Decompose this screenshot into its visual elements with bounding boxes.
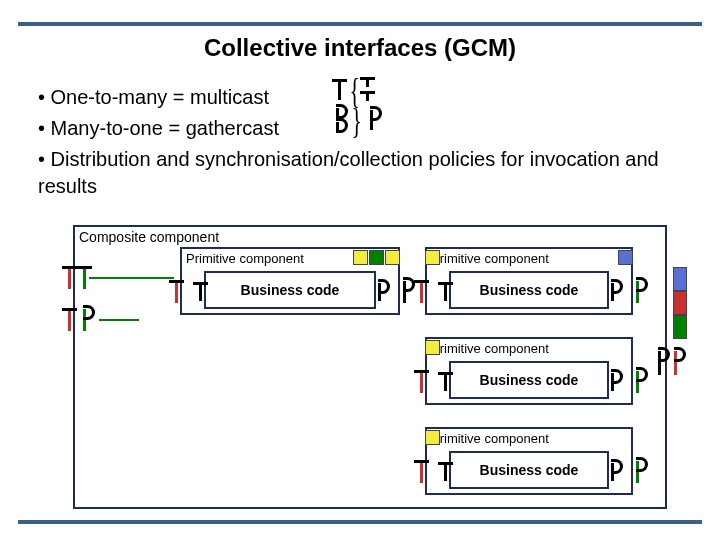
connector-line <box>89 277 174 279</box>
control-port-icon <box>673 267 687 291</box>
control-port-icon <box>425 250 440 265</box>
top-rule <box>18 22 702 26</box>
client-port-icon <box>403 281 406 303</box>
server-port-icon <box>199 283 202 301</box>
port-icon <box>366 92 369 101</box>
port-icon <box>336 122 339 131</box>
primitive-component: Primitive component Business code <box>425 247 633 315</box>
control-port-icon <box>673 315 687 339</box>
server-port-icon <box>68 309 71 331</box>
port-icon <box>338 80 341 100</box>
server-port-icon <box>420 371 423 393</box>
control-port-icon <box>369 250 384 265</box>
bullet-list: One-to-many = multicast Many-to-one = ga… <box>38 80 700 204</box>
composite-label: Composite component <box>79 229 219 245</box>
bullet-item: Distribution and synchronisation/collect… <box>38 146 700 200</box>
port-icon <box>336 108 339 117</box>
connector-line <box>99 319 139 321</box>
slide: Collective interfaces (GCM) One-to-many … <box>0 0 720 540</box>
control-port-icon <box>673 291 687 315</box>
port-icon <box>366 78 369 87</box>
server-port-icon <box>444 283 447 301</box>
primitive-label: Primitive component <box>431 251 549 266</box>
primitive-label: Primitive component <box>431 431 549 446</box>
primitive-label: Primitive component <box>186 251 304 266</box>
primitive-label: Primitive component <box>431 341 549 356</box>
control-port-icon <box>385 250 400 265</box>
control-port-icon <box>353 250 368 265</box>
server-port-icon <box>420 461 423 483</box>
server-port-icon <box>420 281 423 303</box>
server-port-icon <box>175 281 178 303</box>
primitive-component: Primitive component Business code <box>425 427 633 495</box>
diagram: Composite component Primitive component … <box>55 225 665 510</box>
server-port-icon <box>83 267 86 289</box>
client-port-icon <box>674 351 677 375</box>
client-port-icon <box>636 371 639 393</box>
primitive-component: Primitive component Business code <box>180 247 400 315</box>
client-port-icon <box>658 351 661 375</box>
server-port-icon <box>444 463 447 481</box>
server-port-icon <box>444 373 447 391</box>
server-port-icon <box>68 267 71 289</box>
primitive-component: Primitive component Business code <box>425 337 633 405</box>
client-port-icon <box>636 461 639 483</box>
control-port-icon <box>425 340 440 355</box>
business-code: Business code <box>449 451 609 489</box>
composite-component: Composite component Primitive component … <box>73 225 667 509</box>
client-port-icon <box>611 283 614 301</box>
bottom-rule <box>18 520 702 524</box>
control-port-icon <box>425 430 440 445</box>
bullet-item: Many-to-one = gathercast <box>38 115 700 142</box>
business-code: Business code <box>204 271 376 309</box>
business-code: Business code <box>449 361 609 399</box>
client-port-icon <box>83 309 86 331</box>
slide-title: Collective interfaces (GCM) <box>0 34 720 62</box>
client-port-icon <box>611 373 614 391</box>
client-port-icon <box>378 283 381 301</box>
client-port-icon <box>636 281 639 303</box>
bullet-item: One-to-many = multicast <box>38 84 700 111</box>
business-code: Business code <box>449 271 609 309</box>
port-icon <box>370 110 373 130</box>
control-port-icon <box>618 250 633 265</box>
client-port-icon <box>611 463 614 481</box>
brace-icon: } <box>351 100 361 142</box>
